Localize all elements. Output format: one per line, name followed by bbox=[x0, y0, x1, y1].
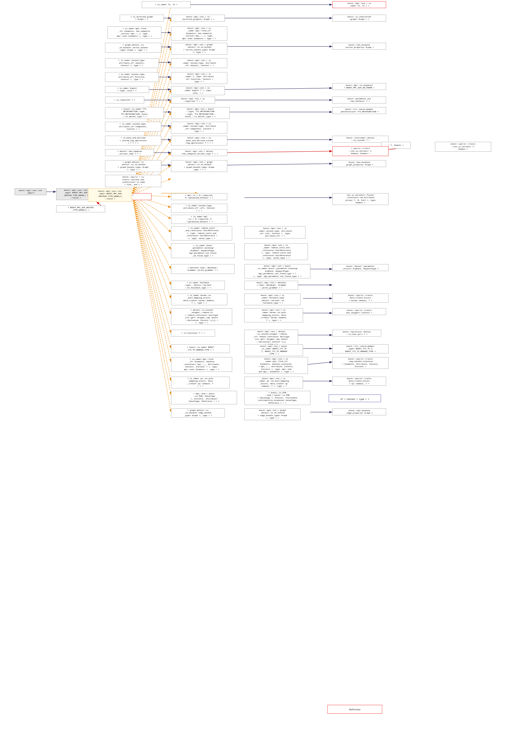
node-n46: boost::mpl::not_< is _same< remove_const… bbox=[244, 243, 308, 260]
svg-line-39 bbox=[132, 195, 171, 362]
node-n74: boost::has_bundled _edge_property< Graph… bbox=[332, 408, 386, 415]
node-n11: < is_same< unused_type, attribute_of< Su… bbox=[105, 58, 159, 68]
node-n9: boost::mpl::not_< graph _detail::is_no_b… bbox=[171, 43, 227, 55]
node-n70: < mpl::and_< boost ::is_POD< ValueType >… bbox=[171, 391, 237, 404]
node-n19: boost::mpl::not_< is _required< T > > bbox=[171, 96, 215, 103]
node-n45: < is_same< boost _parameter_binding< Arg… bbox=[171, 243, 235, 258]
svg-line-38 bbox=[132, 195, 171, 348]
node-n33: boost::spirit::traits ::not_is_variant< … bbox=[435, 142, 491, 152]
node-n50: < is_same< fallback _type_, detail::vari… bbox=[171, 281, 225, 290]
svg-line-13 bbox=[227, 164, 332, 165]
node-n54: boost::spirit::traits meta_create_exists… bbox=[332, 293, 389, 303]
node-n64: < is_same< mpl::find _if< Elements, hand… bbox=[171, 357, 232, 372]
node-n36: boost::has_bundled _graph_property< Grap… bbox=[332, 160, 386, 167]
node-n37: boost::spirit > is traits::variant_has _… bbox=[105, 175, 161, 187]
node-n13: < is_same< unused_type, attribute_of< Po… bbox=[105, 72, 159, 82]
node-n29: boost::mpl::not_< detail ::has_adapted_v… bbox=[171, 149, 227, 156]
node-n52: < is_same< karma::no _auto_mapping_exist… bbox=[171, 293, 227, 305]
node-n8: < graph_detail::is _no_bundle< vertex_bu… bbox=[105, 43, 161, 53]
node-n17: boost::mpl::is_sequence < BOOST_MPL_AUX_… bbox=[332, 83, 386, 90]
node-n21: < boost::is_same< TTI_ METAFUNCTION::typ… bbox=[105, 107, 164, 119]
node-n14: boost::mpl::not_< is _same< T, type, att… bbox=[171, 72, 227, 84]
context-label: of < Context > type > > bbox=[329, 394, 381, 402]
node-n41: < is_same< unused_type, attribute_of< Le… bbox=[171, 204, 227, 213]
svg-line-41 bbox=[132, 195, 171, 395]
svg-line-25 bbox=[132, 153, 171, 195]
node-n30: < detail::has_adapted _variant_tag< T > … bbox=[105, 149, 154, 156]
node-n56: boost::mpl::not_< is _same< karma::no_au… bbox=[244, 308, 303, 322]
node-n63: boost::tti::valid_member _type< BOOST_TT… bbox=[332, 344, 389, 353]
node-n69: boost::spirit::traits meta_create_exists… bbox=[332, 377, 386, 386]
svg-line-33 bbox=[132, 195, 171, 269]
node-n40: not_is_variants::fusion _extension::ad_a… bbox=[332, 193, 389, 205]
node-n25: boost::mpl::not_< is _same< unused_type,… bbox=[171, 122, 227, 134]
node-n48: boost::mpl::not_< boost _is_same< boost:… bbox=[244, 264, 310, 278]
reference-text: Reference bbox=[349, 709, 361, 711]
svg-line-35 bbox=[132, 195, 171, 298]
node-n43: < is_same< remove_const _and_reference< … bbox=[171, 226, 232, 240]
node-n39: < mpl::or_< K::required, K::optimized_de… bbox=[171, 193, 227, 200]
node-n32: < spirit::traits ::not_is_variant< T, Do… bbox=[332, 146, 389, 156]
svg-line-40 bbox=[132, 195, 171, 381]
node-n61: < boost::is_same< BOOST _TTI_TP_MARKER_T… bbox=[171, 344, 230, 353]
svg-line-11 bbox=[227, 151, 332, 153]
node-n16: boost::mpl::not_< is _same< begin< T >, … bbox=[171, 86, 225, 95]
node-n42: < is_same< mpl ::or_< K::required, K ::o… bbox=[171, 215, 227, 224]
node-n58: < is_function< T > > bbox=[171, 330, 215, 337]
node-n66: boost::spirit::traits ::may_handle_conta… bbox=[332, 357, 389, 369]
node-n67: < is_same< qi::no_auto _mapping_exists, … bbox=[171, 377, 230, 389]
node-n34: < graph_detail::is _detail::is_no_bundle… bbox=[105, 160, 161, 172]
node-n51: boost::mpl::not_< matches _< Expr, BaseE… bbox=[244, 281, 298, 290]
node-n35: boost::mpl::not_< graph _detail::is_no_b… bbox=[171, 160, 227, 172]
node-n18: < is_required< T > bbox=[105, 96, 144, 103]
node-n47: < matches< Expr, BaseExpr, Grammar::prot… bbox=[171, 264, 235, 274]
node-n44: boost::mpl::not_< is _same< unused_type,… bbox=[244, 226, 305, 238]
node-n4: boost::mpl::not_< is _directed_graphic< … bbox=[171, 15, 225, 21]
node-n23: boost::tti::valid_member _metafunction< … bbox=[332, 107, 386, 114]
node-n72: < graph_detail::is _no_bundle< edge_bund… bbox=[171, 408, 225, 418]
node-n20: boost::parameter_aux ::has_default< T > bbox=[332, 96, 386, 103]
node-n28: boost::iostreams::detail ::is_custom< T … bbox=[332, 136, 389, 143]
svg-line-50 bbox=[308, 362, 332, 364]
svg-line-36 bbox=[132, 195, 171, 314]
node-n55: < detail::is_unused _skipper::remove_cv … bbox=[171, 308, 232, 325]
node-n73: boost::mpl::not_< graph _detail::is_no_b… bbox=[244, 408, 301, 420]
node-n7: boost::mpl::not_< is _same< mpl::find_if… bbox=[171, 26, 227, 40]
node-n49: boost::detail::parameter _exists< ArgPac… bbox=[332, 264, 389, 271]
node-n59: boost::mpl::not_< detail ::is_unused_ski… bbox=[244, 330, 298, 346]
context-text: of < Context > type > > bbox=[341, 398, 369, 401]
node-n60: boost::xpressive::detail ::is_char_ptr< … bbox=[332, 330, 381, 337]
svg-line-17 bbox=[132, 47, 171, 195]
node-n22: boost::mpl::not_< boost ::type, TTI_META… bbox=[171, 107, 230, 119]
svg-line-31 bbox=[132, 195, 171, 232]
node-n5: boost::is_undirected _graph< Graph > > bbox=[332, 15, 386, 21]
svg-line-7 bbox=[225, 88, 332, 90]
node-n75: boost::mpl::aux::not _impl<> bbox=[15, 188, 46, 195]
node-n10: boost::has_bundled _vertex_property< Gra… bbox=[332, 43, 386, 50]
node-n65: boost::mpl::not_< is _same< mpl::find_if… bbox=[244, 357, 308, 374]
node-n71: < boost::is_POD ::and_< boost::is_POD < … bbox=[244, 391, 310, 405]
node-main_node: boost::mpl::aux::not _impl< BOOST_MPL_AU… bbox=[88, 188, 132, 202]
svg-line-32 bbox=[132, 195, 171, 250]
node-n15: < is_same< begin< < Type, void_> > bbox=[105, 86, 149, 93]
svg-line-37 bbox=[132, 195, 171, 333]
node-n12: boost::mpl::not_< is _same< unused_type,… bbox=[171, 58, 227, 68]
node-n68: boost::mpl::not_< is _same< qi::no_auto_… bbox=[244, 377, 303, 389]
svg-line-42 bbox=[132, 195, 171, 412]
node-n2: boost::mpl::not_< is _same< T1, T2 > > bbox=[332, 1, 386, 8]
svg-line-34 bbox=[132, 195, 171, 285]
node-n6: < is_same< mpl::find _if< Elements, has_… bbox=[108, 26, 161, 39]
node-n26: < is_base_and_derived < custom_tag_opera… bbox=[105, 136, 161, 146]
node-n53: boost::mpl::not_< is _same< fallback_typ… bbox=[244, 293, 301, 305]
node-n62: boost::mpl::not_< boost _is_same< BOOST_… bbox=[244, 344, 303, 356]
node-n3: < is_directed_graph < Graph > > bbox=[120, 15, 164, 21]
reference-label: Reference bbox=[327, 705, 382, 714]
node-n77: < BOOST_MPL_AUX_NESTED _TYPE_WKND(t) > bbox=[56, 205, 105, 212]
node-n57: boost::spirit::traits has_skipper< Conte… bbox=[332, 308, 386, 315]
node-n24: < is_same< unused_type, attribute_of< Co… bbox=[105, 122, 161, 132]
node-n1: < is_same< T1, T2 > bbox=[142, 1, 190, 8]
node-n27: boost::mpl::not_< is _base_and_derived_c… bbox=[171, 136, 227, 146]
diagram-canvas: < is_same< T1, T2 >boost::mpl::not_< is … bbox=[0, 0, 532, 756]
